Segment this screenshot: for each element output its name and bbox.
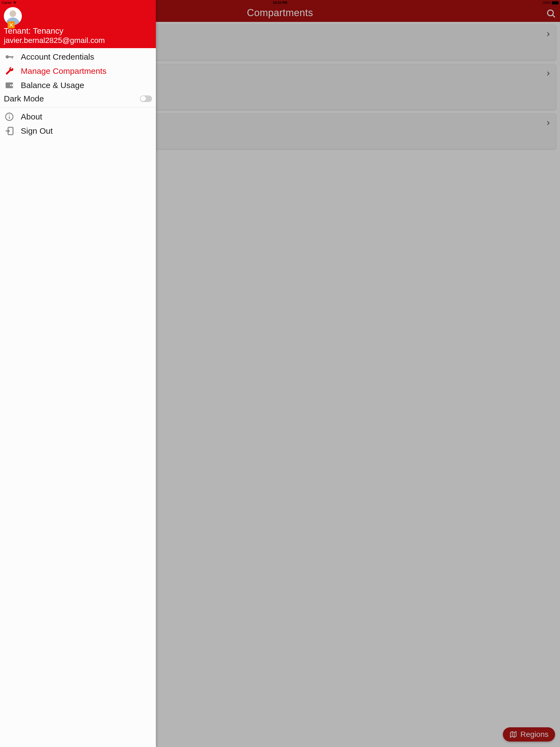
drawer-header: Tenant: Tenancy javier.bernal2825@gmail.… xyxy=(0,0,156,48)
svg-point-15 xyxy=(9,114,10,115)
drawer-menu: Account Credentials Manage Compartments … xyxy=(0,48,156,140)
svg-rect-8 xyxy=(8,56,14,58)
key-icon xyxy=(4,52,15,62)
menu-item-manage-compartments[interactable]: Manage Compartments xyxy=(0,64,156,78)
menu-label: Account Credentials xyxy=(21,52,94,61)
svg-point-7 xyxy=(6,55,9,58)
menu-item-balance[interactable]: Balance & Usage xyxy=(0,78,156,93)
toggle-knob xyxy=(141,96,146,101)
menu-item-about[interactable]: About xyxy=(0,110,156,124)
menu-label: About xyxy=(21,112,42,121)
wifi-icon xyxy=(13,1,17,4)
tools-icon xyxy=(8,21,15,28)
menu-item-signout[interactable]: Sign Out xyxy=(0,124,156,138)
tenant-label: Tenant: Tenancy xyxy=(4,26,152,35)
signout-icon xyxy=(4,126,15,136)
dark-mode-toggle[interactable] xyxy=(140,96,152,102)
dark-mode-label: Dark Mode xyxy=(4,94,44,103)
menu-label: Manage Compartments xyxy=(21,67,106,76)
status-left: Carrier xyxy=(2,1,17,5)
menu-label: Sign Out xyxy=(21,126,53,136)
wrench-icon xyxy=(4,66,15,76)
svg-point-12 xyxy=(11,85,12,86)
wallet-icon xyxy=(4,80,15,90)
dark-mode-row: Dark Mode xyxy=(0,93,156,107)
carrier-label: Carrier xyxy=(2,1,12,5)
status-bar: Carrier 10:22 PM 100% xyxy=(0,0,262,5)
user-email: javier.bernal2825@gmail.com xyxy=(4,36,152,45)
menu-label: Balance & Usage xyxy=(21,81,84,90)
svg-rect-9 xyxy=(12,56,12,59)
side-drawer: Tenant: Tenancy javier.bernal2825@gmail.… xyxy=(0,0,156,350)
info-icon xyxy=(4,112,15,122)
menu-item-credentials[interactable]: Account Credentials xyxy=(0,50,156,64)
